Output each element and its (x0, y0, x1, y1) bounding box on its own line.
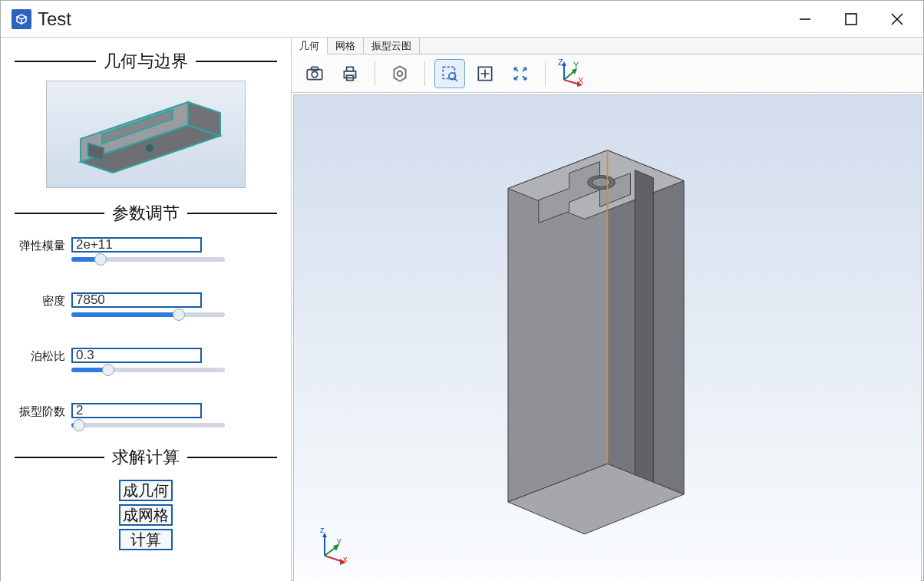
titlebar: Test (1, 1, 923, 38)
poisson-ratio-input[interactable] (71, 348, 202, 363)
tab-geometry[interactable]: 几何 (292, 38, 328, 54)
param-label: 振型阶数 (15, 403, 65, 419)
print-button[interactable] (335, 59, 365, 88)
maximize-button[interactable] (828, 1, 874, 38)
axis-x-label: X (578, 76, 583, 85)
view-tabs: 几何 网格 振型云图 (292, 38, 923, 54)
viewport-3d[interactable]: z y x (293, 94, 922, 581)
param-row-elastic: 弹性模量 (15, 237, 277, 262)
poisson-ratio-slider[interactable] (71, 368, 225, 372)
axis-gizmo-button[interactable]: Z Y X (555, 59, 589, 88)
section-title-label: 求解计算 (104, 446, 187, 469)
param-row-poisson: 泊松比 (15, 348, 277, 372)
param-label: 密度 (15, 292, 65, 309)
param-label: 弹性模量 (15, 237, 65, 253)
param-label: 泊松比 (15, 348, 65, 364)
section-title-label: 几何与边界 (96, 50, 196, 73)
elastic-modulus-input[interactable] (71, 237, 202, 253)
window-title: Test (38, 8, 71, 30)
param-row-density: 密度 (15, 292, 277, 317)
section-title-params: 参数调节 (15, 202, 277, 225)
tab-mode-cloud[interactable]: 振型云图 (364, 38, 420, 54)
toolbar-separator (545, 61, 546, 86)
mode-count-slider[interactable] (71, 423, 225, 427)
density-input[interactable] (71, 292, 202, 308)
axis-x-label-small: x (343, 554, 348, 563)
window-controls (782, 1, 920, 38)
section-title-geometry: 几何与边界 (15, 50, 277, 73)
screenshot-button[interactable] (299, 59, 330, 88)
solve-buttons: 成几何 成网格 计算 (119, 480, 173, 550)
viewport-axis-gizmo: z y x (314, 528, 352, 568)
density-slider[interactable] (71, 312, 225, 317)
svg-rect-12 (312, 67, 318, 70)
svg-line-20 (455, 78, 457, 81)
toolbar-separator (424, 61, 425, 86)
svg-marker-34 (635, 170, 653, 484)
close-button[interactable] (874, 1, 920, 38)
svg-point-11 (312, 71, 318, 78)
param-row-modes: 振型阶数 (15, 403, 277, 427)
svg-point-9 (145, 144, 154, 153)
compute-button[interactable]: 计算 (119, 529, 173, 550)
svg-rect-14 (347, 67, 354, 71)
section-title-solve: 求解计算 (15, 446, 277, 469)
svg-marker-42 (333, 544, 339, 551)
svg-rect-1 (846, 14, 856, 25)
app-icon (12, 9, 31, 29)
axis-y-label-small: y (337, 536, 342, 545)
section-title-label: 参数调节 (104, 202, 187, 225)
generate-mesh-button[interactable]: 成网格 (119, 504, 173, 526)
axis-z-label: Z (558, 58, 563, 67)
axis-z-label-small: z (320, 525, 325, 534)
settings-button[interactable] (384, 59, 415, 88)
elastic-modulus-slider[interactable] (71, 257, 225, 262)
svg-marker-16 (394, 66, 405, 81)
fit-view-button[interactable] (470, 59, 500, 88)
svg-point-17 (398, 71, 403, 76)
app-window: Test 几何与边界 (0, 0, 924, 581)
axis-y-label: Y (573, 61, 579, 70)
toolbar-separator (375, 61, 375, 86)
geometry-preview[interactable] (46, 81, 246, 188)
zoom-extents-button[interactable] (505, 59, 536, 88)
zoom-box-button[interactable] (434, 59, 465, 88)
sidebar: 几何与边界 参数调节 弹性模 (1, 38, 291, 581)
generate-geometry-button[interactable]: 成几何 (119, 480, 173, 501)
content-area: 几何与边界 参数调节 弹性模 (1, 38, 923, 581)
svg-rect-13 (344, 71, 355, 78)
mode-count-input[interactable] (71, 403, 202, 418)
tab-mesh[interactable]: 网格 (328, 38, 364, 54)
main-panel: 几何 网格 振型云图 (291, 38, 923, 581)
minimize-button[interactable] (782, 1, 828, 38)
viewport-toolbar: Z Y X (292, 54, 923, 93)
